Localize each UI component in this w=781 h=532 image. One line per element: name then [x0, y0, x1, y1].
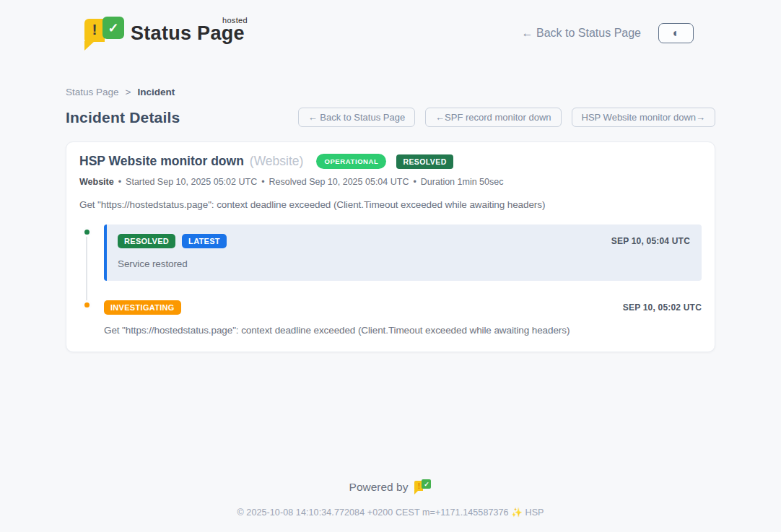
update-timestamp: SEP 10, 05:04 UTC: [611, 236, 690, 246]
page-title: Incident Details: [66, 109, 180, 126]
footer: Powered by ! ✓ © 2025-10-08 14:10:34.772…: [66, 479, 715, 518]
exclamation-icon: !: [92, 21, 97, 38]
header: ! ✓ Status Page hosted ← Back to Status …: [66, 0, 715, 55]
back-to-status-page-button[interactable]: ← Back to Status Page: [298, 108, 415, 127]
status-page-logo-icon: ! ✓: [84, 17, 122, 50]
title-row: Incident Details ← Back to Status Page ←…: [66, 108, 715, 127]
meta-resolved: Resolved Sep 10, 2025 05:04 UTC: [269, 177, 409, 187]
orange-dot-icon: [82, 300, 92, 310]
breadcrumb-status-page[interactable]: Status Page: [66, 87, 119, 97]
latest-badge: LATEST: [182, 234, 227, 248]
meta-separator: •: [118, 177, 121, 187]
meta-component: Website: [79, 177, 114, 187]
update-message: Service restored: [118, 258, 690, 269]
next-incident-button[interactable]: HSP Website monitor down→: [572, 108, 715, 127]
bubble-tail: [84, 41, 95, 51]
update-body: INVESTIGATING SEP 10, 05:02 UTC Get "htt…: [104, 300, 702, 336]
hsp-logo-icon[interactable]: ! ✓: [414, 479, 432, 495]
copyright-line: © 2025-10-08 14:10:34.772084 +0200 CEST …: [66, 507, 715, 518]
operational-badge: OPERATIONAL: [316, 154, 386, 169]
brand-logo[interactable]: ! ✓ Status Page hosted: [84, 17, 245, 50]
incident-meta: Website • Started Sep 10, 2025 05:02 UTC…: [79, 177, 702, 187]
timeline-entry-investigating: INVESTIGATING SEP 10, 05:02 UTC Get "htt…: [79, 300, 702, 336]
main-content: Status Page > Incident Incident Details …: [66, 87, 715, 518]
brand-tag-hosted: hosted: [222, 16, 248, 25]
investigating-status-badge: INVESTIGATING: [104, 300, 181, 315]
incident-timeline: RESOLVED LATEST SEP 10, 05:04 UTC Servic…: [79, 224, 702, 336]
incident-component: (Website): [250, 154, 304, 169]
prev-incident-button[interactable]: ←SPF record monitor down: [425, 108, 561, 127]
meta-separator: •: [413, 177, 416, 187]
breadcrumb: Status Page > Incident: [66, 87, 715, 97]
breadcrumb-incident: Incident: [137, 87, 175, 97]
update-timestamp: SEP 10, 05:02 UTC: [623, 302, 702, 313]
resolved-badge: RESOLVED: [396, 154, 453, 169]
update-message: Get "https://hostedstatus.page": context…: [104, 325, 702, 336]
incident-card: HSP Website monitor down (Website) OPERA…: [66, 141, 715, 352]
resolved-status-badge: RESOLVED: [118, 234, 175, 248]
brand-name: Status Page hosted: [131, 22, 245, 45]
check-icon: ✓: [102, 17, 124, 39]
incident-title: HSP Website monitor down: [79, 154, 244, 169]
latest-update-box: RESOLVED LATEST SEP 10, 05:04 UTC Servic…: [104, 224, 702, 281]
header-actions: ← Back to Status Page ◐: [522, 23, 694, 43]
meta-duration: Duration 1min 50sec: [421, 177, 504, 187]
powered-by: Powered by ! ✓: [66, 479, 715, 495]
incident-title-row: HSP Website monitor down (Website) OPERA…: [79, 154, 702, 169]
meta-started: Started Sep 10, 2025 05:02 UTC: [126, 177, 257, 187]
timeline-entry-resolved: RESOLVED LATEST SEP 10, 05:04 UTC Servic…: [79, 224, 702, 281]
half-circle-icon: ◐: [673, 27, 680, 39]
incident-nav: ← Back to Status Page ←SPF record monito…: [298, 108, 715, 127]
breadcrumb-separator: >: [126, 87, 131, 97]
header-back-link[interactable]: ← Back to Status Page: [522, 27, 641, 40]
meta-separator: •: [261, 177, 264, 187]
theme-toggle-button[interactable]: ◐: [658, 23, 694, 43]
incident-description: Get "https://hostedstatus.page": context…: [79, 199, 702, 210]
green-dot-icon: [82, 227, 92, 237]
powered-by-label: Powered by: [349, 481, 409, 494]
